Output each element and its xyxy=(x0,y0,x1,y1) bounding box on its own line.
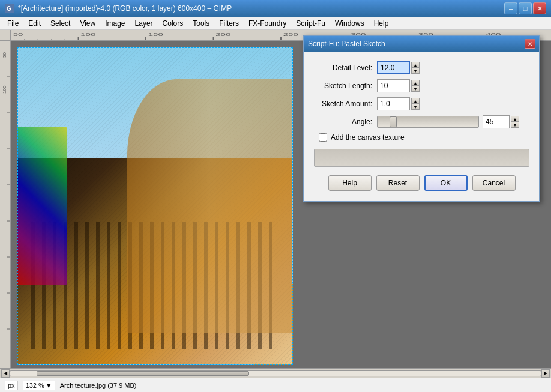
angle-slider[interactable] xyxy=(377,116,479,128)
detail-level-down[interactable]: ▼ xyxy=(411,68,420,74)
detail-level-label: Detail Level: xyxy=(314,64,377,72)
ruler-vertical: 50 100 xyxy=(0,41,11,368)
app-icon: G xyxy=(5,4,14,13)
svg-text:100: 100 xyxy=(80,32,95,37)
menu-windows[interactable]: Windows xyxy=(330,18,369,29)
svg-text:G: G xyxy=(7,5,11,12)
sketch-length-input-group: ▲ ▼ xyxy=(377,79,420,92)
scroll-thumb-h[interactable] xyxy=(37,371,249,376)
menu-image[interactable]: Image xyxy=(100,18,130,29)
detail-level-row: Detail Level: ▲ ▼ xyxy=(314,61,529,74)
dialog-title: Script-Fu: Pastel Sketch xyxy=(308,40,385,48)
canvas-image xyxy=(17,47,293,365)
dialog-title-bar: Script-Fu: Pastel Sketch ✕ xyxy=(304,36,539,52)
menu-select[interactable]: Select xyxy=(46,18,75,29)
scroll-track-h[interactable] xyxy=(10,370,541,376)
angle-row: Angle: ▲ ▼ xyxy=(314,115,529,128)
angle-value-input[interactable] xyxy=(483,115,510,128)
canvas-texture-row: Add the canvas texture xyxy=(314,133,529,142)
angle-down[interactable]: ▼ xyxy=(511,122,519,128)
cancel-button[interactable]: Cancel xyxy=(472,175,516,191)
angle-spinner: ▲ ▼ xyxy=(511,116,519,128)
angle-up[interactable]: ▲ xyxy=(511,116,519,122)
dialog-buttons: Help Reset OK Cancel xyxy=(314,175,529,191)
svg-text:50: 50 xyxy=(13,32,23,37)
title-bar: G *[Architecture] (imported)-4.0 (RGB co… xyxy=(0,0,551,17)
window-controls: – □ ✕ xyxy=(504,2,546,14)
detail-level-spinner: ▲ ▼ xyxy=(411,62,420,74)
zoom-selector[interactable]: 132 % ▼ xyxy=(23,381,55,390)
menu-script-fu[interactable]: Script-Fu xyxy=(291,18,330,29)
svg-text:250: 250 xyxy=(283,32,298,37)
svg-text:50: 50 xyxy=(2,52,7,58)
menu-tools[interactable]: Tools xyxy=(188,18,214,29)
menu-bar: File Edit Select View Image Layer Colors… xyxy=(0,17,551,30)
svg-text:200: 200 xyxy=(215,32,230,37)
menu-fx-foundry[interactable]: FX-Foundry xyxy=(244,18,291,29)
sketch-amount-row: Sketch Amount: ▲ ▼ xyxy=(314,97,529,110)
unit-selector[interactable]: px xyxy=(5,381,18,390)
minimize-button[interactable]: – xyxy=(504,2,517,14)
svg-text:100: 100 xyxy=(2,85,7,94)
menu-layer[interactable]: Layer xyxy=(130,18,158,29)
angle-value-group: ▲ ▼ xyxy=(483,115,519,128)
scroll-left-button[interactable]: ◀ xyxy=(1,369,10,378)
detail-level-up[interactable]: ▲ xyxy=(411,62,420,68)
maximize-button[interactable]: □ xyxy=(519,2,532,14)
ok-button[interactable]: OK xyxy=(424,175,468,191)
detail-level-input[interactable] xyxy=(377,61,410,74)
sketch-length-label: Sketch Length: xyxy=(314,82,377,90)
menu-view[interactable]: View xyxy=(75,18,100,29)
detail-level-input-group: ▲ ▼ xyxy=(377,61,420,74)
dialog-content: Detail Level: ▲ ▼ Sketch Length: ▲ ▼ xyxy=(304,52,539,201)
scroll-right-button[interactable]: ▶ xyxy=(541,369,550,378)
filename-label: Architecture.jpg (37.9 MB) xyxy=(60,382,137,389)
sketch-length-input[interactable] xyxy=(377,79,410,92)
sketch-length-down[interactable]: ▼ xyxy=(411,86,420,92)
menu-colors[interactable]: Colors xyxy=(158,18,188,29)
sketch-length-row: Sketch Length: ▲ ▼ xyxy=(314,79,529,92)
help-button[interactable]: Help xyxy=(328,175,372,191)
script-fu-dialog[interactable]: Script-Fu: Pastel Sketch ✕ Detail Level:… xyxy=(303,35,540,202)
sketch-length-spinner: ▲ ▼ xyxy=(411,80,420,92)
canvas-texture-checkbox[interactable] xyxy=(319,133,327,142)
menu-edit[interactable]: Edit xyxy=(23,18,46,29)
sketch-amount-up[interactable]: ▲ xyxy=(411,98,420,104)
svg-text:150: 150 xyxy=(148,32,163,37)
canvas-texture-label: Add the canvas texture xyxy=(331,133,405,142)
sketch-amount-label: Sketch Amount: xyxy=(314,100,377,108)
sketch-amount-down[interactable]: ▼ xyxy=(411,104,420,110)
sketch-amount-spinner: ▲ ▼ xyxy=(411,98,420,110)
dialog-close-button[interactable]: ✕ xyxy=(525,39,535,49)
sketch-amount-input-group: ▲ ▼ xyxy=(377,97,420,110)
close-button[interactable]: ✕ xyxy=(533,2,546,14)
sketch-length-up[interactable]: ▲ xyxy=(411,80,420,86)
scrollbar-horizontal: ◀ ▶ xyxy=(0,368,551,378)
menu-file[interactable]: File xyxy=(2,18,23,29)
menu-filters[interactable]: Filters xyxy=(214,18,244,29)
menu-help[interactable]: Help xyxy=(369,18,394,29)
preview-bar xyxy=(314,149,529,167)
window-title: *[Architecture] (imported)-4.0 (RGB colo… xyxy=(18,4,232,13)
sketch-amount-input[interactable] xyxy=(377,97,410,110)
reset-button[interactable]: Reset xyxy=(376,175,420,191)
angle-label: Angle: xyxy=(314,118,377,126)
status-bar: px 132 % ▼ Architecture.jpg (37.9 MB) xyxy=(0,378,551,392)
ruler-corner xyxy=(0,30,11,41)
